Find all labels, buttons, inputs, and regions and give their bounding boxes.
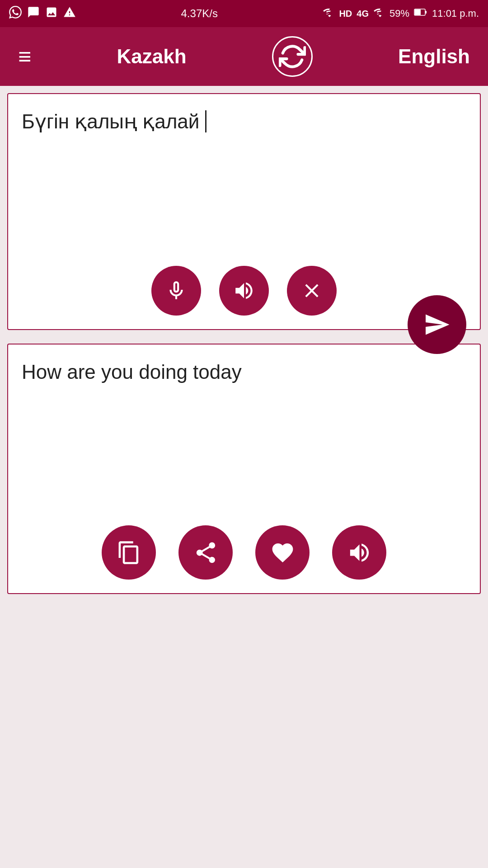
main-content: Бүгін қалың қалай <box>0 93 488 594</box>
warning-icon <box>63 6 76 21</box>
status-speed: 4.37K/s <box>181 7 218 20</box>
share-button[interactable] <box>178 525 233 580</box>
input-text[interactable]: Бүгін қалың қалай <box>8 94 480 257</box>
send-translate-button[interactable] <box>408 295 466 354</box>
swap-languages-button[interactable] <box>272 36 313 77</box>
input-panel: Бүгін қалың қалай <box>7 93 481 330</box>
output-panel: How are you doing today <box>7 344 481 594</box>
battery-icon <box>414 8 427 19</box>
message-icon <box>27 6 40 21</box>
output-actions <box>8 516 480 593</box>
output-text: How are you doing today <box>8 344 480 516</box>
signal-4g-icon: 4G <box>357 9 369 19</box>
time: 11:01 p.m. <box>432 8 479 19</box>
svg-rect-1 <box>415 9 421 15</box>
battery-percent: 59% <box>389 8 409 19</box>
status-right-icons: HD 4G 59% 11:01 p.m. <box>323 6 479 21</box>
whatsapp-icon <box>9 6 22 21</box>
status-bar: 4.37K/s HD 4G 59% 11:01 p.m. <box>0 0 488 27</box>
source-language[interactable]: Kazakh <box>117 45 186 68</box>
clear-input-button[interactable] <box>287 266 337 316</box>
hd-icon: HD <box>339 9 352 19</box>
speaker-output-button[interactable] <box>332 525 386 580</box>
send-button-container <box>408 295 466 354</box>
favorite-button[interactable] <box>255 525 310 580</box>
app-bar: ≡ Kazakh English <box>0 27 488 86</box>
image-icon <box>45 6 58 21</box>
signal-bars-icon <box>373 6 385 21</box>
copy-button[interactable] <box>102 525 156 580</box>
menu-button[interactable]: ≡ <box>18 45 31 68</box>
svg-rect-2 <box>425 11 427 14</box>
hotspot-icon <box>323 6 334 21</box>
speaker-input-button[interactable] <box>219 266 269 316</box>
status-left-icons <box>9 6 76 21</box>
microphone-button[interactable] <box>151 266 201 316</box>
target-language[interactable]: English <box>398 45 470 68</box>
